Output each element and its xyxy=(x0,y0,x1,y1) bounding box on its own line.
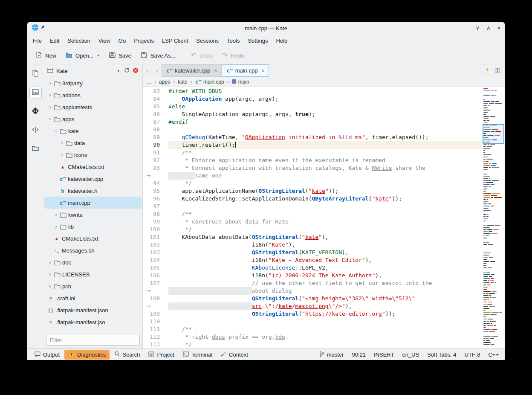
code-line-112[interactable]: 112 * right dbus prefix == org.kde. xyxy=(143,333,482,341)
minimap[interactable] xyxy=(482,87,505,349)
tab-close-icon[interactable]: × xyxy=(214,68,217,74)
reload-icon[interactable] xyxy=(124,67,130,74)
status-utf-8[interactable]: UTF-8 xyxy=(465,351,480,358)
code-line-109[interactable]: 109 QStringLiteral("https://kate-editor.… xyxy=(143,310,482,318)
dock-symbols-button[interactable] xyxy=(29,105,42,118)
tree-item--flatpak-manifest-jso[interactable]: ≡.flatpak-manifest.jso xyxy=(44,316,142,328)
line-number[interactable]: 104 xyxy=(143,256,162,264)
expand-icon[interactable]: › xyxy=(47,80,53,86)
menu-settings[interactable]: Settings xyxy=(244,36,272,46)
expand-icon[interactable]: › xyxy=(53,224,59,229)
line-number[interactable]: 108 xyxy=(143,295,162,302)
tree-item-main-cpp[interactable]: c++main.cpp xyxy=(44,197,142,209)
code-line-103[interactable]: 103 QStringLiteral(KATE_VERSION), xyxy=(143,249,482,256)
tree-item-cmakelists-txt[interactable]: ▲CMakeLists.txt xyxy=(44,161,142,173)
quick-open-icon[interactable] xyxy=(485,67,490,74)
collapse-icon[interactable]: › xyxy=(53,128,59,134)
expand-icon[interactable]: › xyxy=(53,212,59,218)
code-line-91[interactable]: 91 /** xyxy=(143,149,482,157)
line-number[interactable]: 84 xyxy=(143,95,162,103)
collapse-icon[interactable]: › xyxy=(47,116,53,122)
tree-item-icons[interactable]: ›icons xyxy=(44,149,142,161)
code-line-90[interactable]: 90 timer.restart(); xyxy=(143,141,482,149)
menu-sessions[interactable]: Sessions xyxy=(192,36,223,46)
code-line-95[interactable]: 95 app.setApplicationName(QStringLiteral… xyxy=(143,187,482,195)
open-dropdown-icon[interactable]: ▾ xyxy=(98,53,100,58)
code-line-92[interactable]: 92 * Enforce application name even if th… xyxy=(143,157,482,164)
dock-snippets-button[interactable] xyxy=(29,124,42,137)
line-number[interactable]: 105 xyxy=(143,264,162,272)
menu-go[interactable]: Go xyxy=(115,36,130,46)
line-number[interactable]: 100 xyxy=(143,226,162,233)
status-terminal-button[interactable]: Terminal xyxy=(179,350,216,360)
status-context-button[interactable]: Context xyxy=(217,350,252,359)
tree-item-apps[interactable]: ›apps xyxy=(44,113,142,125)
status-master[interactable]: master xyxy=(319,351,344,358)
tree-item--craft-ini[interactable]: ≡.craft.ini xyxy=(44,292,142,304)
code-line-111[interactable]: 111 /** xyxy=(143,325,482,333)
breadcrumb-apps[interactable]: apps xyxy=(159,79,170,85)
tree-item-addons[interactable]: ›addons xyxy=(44,89,142,101)
status-insert[interactable]: INSERT xyxy=(374,351,394,358)
menu-selection[interactable]: Selection xyxy=(64,36,94,46)
code-line-wrap[interactable]: ↪same one xyxy=(143,172,482,180)
project-dropdown-icon[interactable]: ▾ xyxy=(117,69,119,73)
tree-item-messages-sh[interactable]: ›_Messages.sh xyxy=(44,244,142,256)
line-number[interactable]: 101 xyxy=(143,233,162,241)
line-number[interactable]: 86 xyxy=(143,110,162,118)
expand-icon[interactable]: › xyxy=(47,92,53,98)
history-back-icon[interactable]: ‹ xyxy=(143,64,152,77)
undo-button[interactable]: ↶Undo xyxy=(187,50,216,61)
code-line-106[interactable]: 106 i18n("(c) 2000-2024 The Kate Authors… xyxy=(143,272,482,279)
code-line-94[interactable]: 94 */ xyxy=(143,180,482,187)
menu-file[interactable]: File xyxy=(29,36,46,46)
tree-item-kate[interactable]: ›kate xyxy=(44,125,142,137)
expand-icon[interactable]: › xyxy=(47,271,53,277)
line-number[interactable]: 90 xyxy=(143,141,162,149)
line-number[interactable]: 112 xyxy=(143,333,162,341)
code-line-89[interactable]: 89 qCDebug(KateTime, "QApplication initi… xyxy=(143,134,482,141)
code-line-107[interactable]: 107 // use the other text field to get o… xyxy=(143,279,482,287)
redo-button[interactable]: ↷Redo xyxy=(218,50,248,61)
tab-close-icon[interactable]: × xyxy=(261,68,264,74)
expand-icon[interactable]: › xyxy=(47,283,53,289)
line-number[interactable]: 102 xyxy=(143,241,162,249)
status-soft-tabs-4[interactable]: Soft Tabs: 4 xyxy=(427,351,456,358)
status-90-21[interactable]: 90:21 xyxy=(352,351,366,358)
code-line-110[interactable]: 110 xyxy=(143,318,482,325)
code-line-108[interactable]: 108 QStringLiteral("<img height=\"362\" … xyxy=(143,295,482,302)
code-line-85[interactable]: 85#else xyxy=(143,103,482,110)
line-number[interactable]: 97 xyxy=(143,203,162,210)
code-line-83[interactable]: 83#ifdef WITH_DBUS xyxy=(143,87,482,95)
line-number[interactable]: 113 xyxy=(143,341,162,349)
dock-project-button[interactable] xyxy=(29,87,42,99)
code-view[interactable]: 83#ifdef WITH_DBUS84 QApplication app(ar… xyxy=(143,87,482,349)
line-number[interactable]: 89 xyxy=(143,134,162,141)
line-number[interactable]: 91 xyxy=(143,149,162,157)
line-number[interactable]: 93 xyxy=(143,164,162,172)
code-line-101[interactable]: 101 KAboutData aboutData(QStringLiteral(… xyxy=(143,233,482,241)
code-line-88[interactable]: 88 xyxy=(143,126,482,134)
tree-item-lib[interactable]: ›lib xyxy=(44,221,142,232)
code-line-104[interactable]: 104 i18n("Kate - Advanced Text Editor"), xyxy=(143,256,482,264)
code-line-96[interactable]: 96 KLocalizedString::setApplicationDomai… xyxy=(143,195,482,203)
line-number[interactable]: 87 xyxy=(143,118,162,126)
expand-icon[interactable]: › xyxy=(59,152,65,158)
code-line-86[interactable]: 86 SingleApplication app(argc, argv, tru… xyxy=(143,110,482,118)
code-line-100[interactable]: 100 */ xyxy=(143,226,482,233)
close-icon[interactable]: × xyxy=(497,22,500,34)
line-number[interactable]: 92 xyxy=(143,157,162,164)
code-line-84[interactable]: 84 QApplication app(argc, argv); xyxy=(143,95,482,103)
code-line-97[interactable]: 97 xyxy=(143,203,482,210)
split-view-icon[interactable] xyxy=(494,67,500,74)
dock-filesystem-button[interactable] xyxy=(29,143,42,155)
line-number[interactable]: 103 xyxy=(143,249,162,256)
status-project-button[interactable]: Project xyxy=(145,350,178,360)
line-number[interactable]: 111 xyxy=(143,325,162,333)
saveas-button[interactable]: Save As... xyxy=(137,49,179,62)
status-output-button[interactable]: Output xyxy=(31,350,64,360)
line-number[interactable]: 107 xyxy=(143,279,162,287)
open-button[interactable]: Open...▾ xyxy=(62,49,103,62)
menu-view[interactable]: View xyxy=(95,36,114,46)
line-number[interactable]: 88 xyxy=(143,126,162,134)
